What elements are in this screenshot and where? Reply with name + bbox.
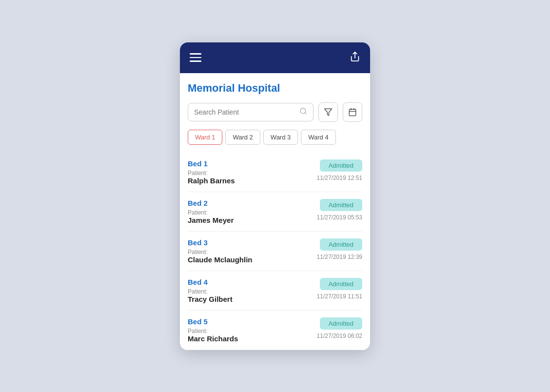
search-box[interactable]: [188, 103, 314, 121]
bed-info: Bed 2 Patient: James Meyer: [188, 199, 304, 224]
search-input[interactable]: [194, 108, 299, 116]
table-row: Bed 4 Patient: Tracy Gilbert Admitted 11…: [188, 271, 362, 311]
patient-label: Patient:: [188, 288, 304, 295]
timestamp: 11/27/2019 12:39: [317, 254, 362, 260]
patient-name: James Meyer: [188, 216, 304, 224]
status-badge: Admitted: [320, 199, 362, 211]
timestamp: 11/27/2019 11:51: [317, 293, 362, 300]
bed-status: Admitted 11/27/2019 12:51: [304, 159, 362, 181]
bed-status: Admitted 11/27/2019 05:53: [304, 199, 362, 221]
patient-name: Claude Mclaughlin: [188, 255, 304, 264]
tab-ward2[interactable]: Ward 2: [225, 130, 260, 145]
table-row: Bed 2 Patient: James Meyer Admitted 11/2…: [188, 192, 362, 232]
patient-label: Patient:: [188, 249, 304, 255]
bed-name: Bed 3: [188, 238, 304, 247]
ward-tabs: Ward 1 Ward 2 Ward 3 Ward 4: [188, 130, 362, 145]
patient-name: Tracy Gilbert: [188, 295, 304, 303]
table-row: Bed 3 Patient: Claude Mclaughlin Admitte…: [188, 232, 362, 271]
status-badge: Admitted: [320, 317, 362, 330]
timestamp: 11/27/2019 12:51: [317, 175, 362, 181]
status-badge: Admitted: [320, 238, 362, 251]
bed-status: Admitted 11/27/2019 06:02: [304, 317, 362, 339]
tab-ward1[interactable]: Ward 1: [188, 130, 222, 145]
bed-info: Bed 4 Patient: Tracy Gilbert: [188, 278, 304, 303]
patient-name: Ralph Barnes: [188, 176, 304, 185]
bed-status: Admitted 11/27/2019 11:51: [304, 278, 362, 300]
svg-rect-4: [349, 109, 356, 116]
bed-info: Bed 1 Patient: Ralph Barnes: [188, 159, 304, 185]
menu-button[interactable]: [190, 53, 201, 62]
status-badge: Admitted: [320, 159, 362, 172]
tab-ward3[interactable]: Ward 3: [263, 130, 298, 145]
patient-label: Patient:: [188, 328, 304, 334]
table-row: Bed 5 Patient: Marc Richards Admitted 11…: [188, 311, 362, 350]
app-title: Memorial Hospital: [188, 82, 362, 95]
timestamp: 11/27/2019 06:02: [317, 333, 362, 339]
timestamp: 11/27/2019 05:53: [317, 214, 362, 221]
bed-name: Bed 2: [188, 199, 304, 207]
status-badge: Admitted: [320, 278, 362, 290]
bed-name: Bed 5: [188, 317, 304, 326]
patient-label: Patient:: [188, 170, 304, 176]
patient-label: Patient:: [188, 209, 304, 216]
top-bar: [180, 42, 370, 73]
filter-button[interactable]: [318, 102, 338, 122]
patient-name: Marc Richards: [188, 334, 304, 343]
svg-line-2: [305, 113, 306, 114]
bed-info: Bed 3 Patient: Claude Mclaughlin: [188, 238, 304, 264]
search-row: [188, 102, 362, 122]
search-icon: [299, 107, 307, 117]
bed-info: Bed 5 Patient: Marc Richards: [188, 317, 304, 343]
table-row: Bed 1 Patient: Ralph Barnes Admitted 11/…: [188, 153, 362, 192]
svg-marker-3: [325, 109, 332, 116]
bed-status: Admitted 11/27/2019 12:39: [304, 238, 362, 260]
content-area: Memorial Hospital: [180, 73, 370, 350]
bed-list: Bed 1 Patient: Ralph Barnes Admitted 11/…: [188, 153, 362, 350]
calendar-button[interactable]: [343, 102, 362, 122]
phone-container: Memorial Hospital: [180, 42, 370, 350]
share-button[interactable]: [350, 51, 360, 64]
bed-name: Bed 4: [188, 278, 304, 286]
tab-ward4[interactable]: Ward 4: [301, 130, 335, 145]
bed-name: Bed 1: [188, 159, 304, 168]
